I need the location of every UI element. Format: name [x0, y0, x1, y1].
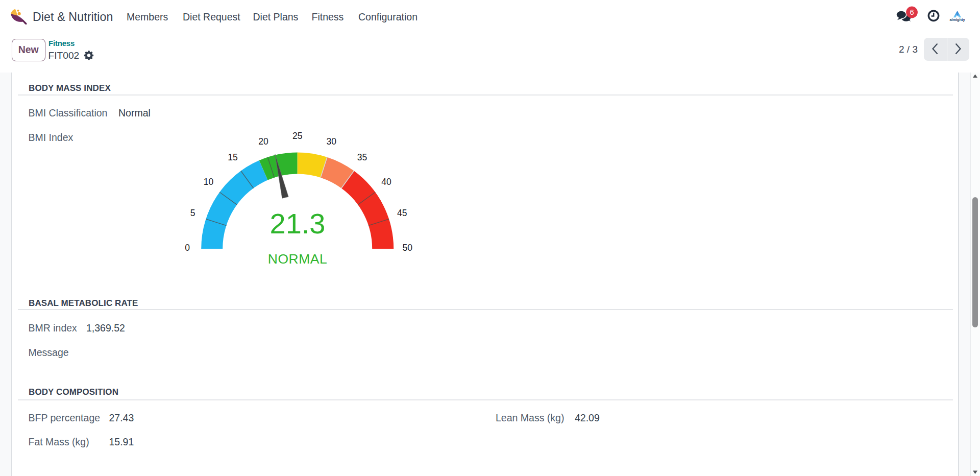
svg-text:25: 25 [292, 131, 302, 141]
svg-text:20: 20 [258, 136, 268, 147]
svg-text:0: 0 [185, 243, 190, 253]
svg-text:almighty: almighty [949, 17, 965, 22]
svg-text:45: 45 [397, 208, 407, 218]
svg-text:30: 30 [327, 136, 337, 147]
svg-text:10: 10 [204, 177, 214, 187]
svg-text:5: 5 [190, 208, 195, 218]
svg-text:15: 15 [228, 152, 237, 162]
svg-text:50: 50 [402, 243, 412, 253]
svg-text:40: 40 [381, 177, 391, 187]
svg-text:6: 6 [910, 8, 914, 16]
svg-text:35: 35 [357, 152, 367, 162]
